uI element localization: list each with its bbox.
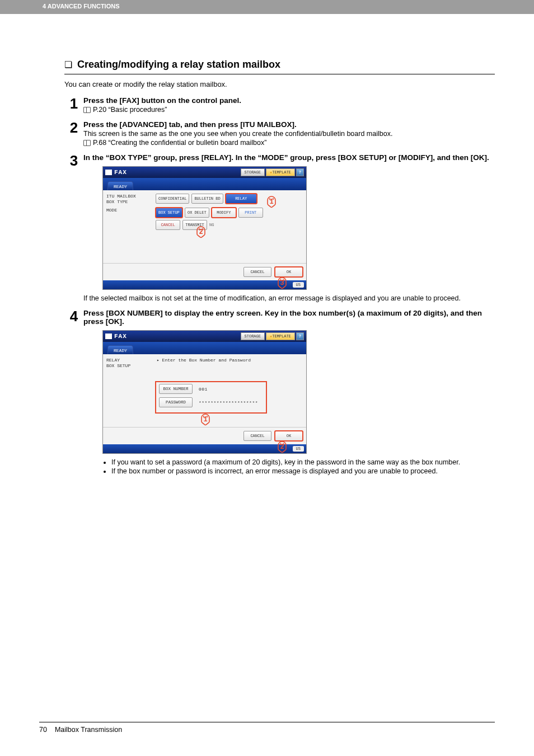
step-title: Press the [ADVANCED] tab, and then press…	[83, 120, 495, 129]
bullet-item: If you want to set a password (a maximum…	[111, 458, 495, 466]
callout-1: 1	[269, 198, 273, 206]
modify-button[interactable]: MODIFY	[212, 208, 236, 218]
page-footer: 70 Mailbox Transmission	[39, 722, 495, 734]
password-value: ********************	[196, 399, 263, 406]
fax-icon	[105, 170, 112, 175]
ready-tab[interactable]: READY	[107, 181, 133, 190]
cancel-button[interactable]: CANCEL	[243, 267, 271, 277]
template-button[interactable]: ★TEMPLATE	[266, 168, 295, 176]
page-body: ❏ Creating/modifying a relay station mai…	[0, 14, 534, 476]
fax-screenshot-2: FAX STORAGE ★TEMPLATE ? READY RELAY	[102, 330, 495, 454]
step-title: Press the [FAX] button on the control pa…	[83, 96, 495, 105]
bulletin-button[interactable]: BULLETIN BD	[191, 194, 223, 204]
prompt-text: ▸ Enter the Box Number and Password	[157, 358, 251, 363]
label-relay: RELAY	[106, 358, 156, 363]
reference-text: P.68 “Creating the confidential or bulle…	[93, 139, 266, 147]
help-button[interactable]: ?	[296, 332, 304, 340]
fax-icon	[105, 334, 112, 339]
step-1: 1 Press the [FAX] button on the control …	[64, 96, 495, 115]
ready-tab[interactable]: READY	[107, 345, 133, 354]
section-heading: ❏ Creating/modifying a relay station mai…	[64, 59, 495, 74]
step-number: 2	[64, 120, 83, 148]
fax-screenshot-1: FAX STORAGE ★TEMPLATE ? READY ITU MAILBO…	[102, 166, 495, 290]
label-itu-mailbox: ITU MAILBOX	[106, 194, 156, 199]
password-button[interactable]: PASSWORD	[159, 397, 193, 407]
cancel-button[interactable]: CANCEL	[243, 431, 271, 441]
tab-row: READY	[103, 178, 306, 190]
reference-line: P.20 “Basic procedures”	[83, 106, 495, 114]
step-number: 4	[64, 309, 83, 476]
callout-2: 2	[199, 228, 203, 236]
label-box-type: BOX TYPE	[106, 199, 156, 205]
step-2: 2 Press the [ADVANCED] tab, and then pre…	[64, 120, 495, 148]
callout-1: 1	[203, 416, 207, 424]
fax-title: FAX	[114, 169, 127, 176]
box-number-value: 001	[196, 386, 263, 393]
mode-cancel-button[interactable]: CANCEL	[156, 220, 180, 230]
storage-button[interactable]: STORAGE	[241, 168, 265, 176]
footer-chapter: Mailbox Transmission	[55, 726, 122, 734]
print-button[interactable]: PRINT	[238, 208, 263, 218]
breadcrumb-text: 4 ADVANCED FUNCTIONS	[43, 3, 120, 10]
fax-titlebar: FAX STORAGE ★TEMPLATE ?	[103, 167, 306, 178]
label-box-setup: BOX SETUP	[106, 363, 156, 369]
section-intro: You can create or modify the relay stati…	[64, 80, 495, 88]
fax-title: FAX	[114, 333, 127, 340]
bullet-item: If the box number or password is incorre…	[111, 467, 495, 475]
box-setup-button[interactable]: BOX SETUP	[156, 208, 182, 218]
step-title: Press [BOX NUMBER] to display the entry …	[83, 309, 495, 326]
section-title-text: Creating/modifying a relay station mailb…	[77, 59, 280, 70]
step-4: 4 Press [BOX NUMBER] to display the entr…	[64, 309, 495, 476]
template-button[interactable]: ★TEMPLATE	[266, 332, 295, 340]
page-number: 70	[39, 726, 47, 734]
box-delete-button[interactable]: OX DELET	[185, 208, 209, 218]
callout-3: 3	[280, 279, 284, 287]
help-button[interactable]: ?	[296, 168, 304, 176]
book-icon	[83, 107, 91, 112]
step-description: This screen is the same as the one you s…	[83, 130, 495, 138]
label-mode: MODE	[106, 208, 156, 213]
checkbox-icon: ❏	[64, 59, 72, 70]
step-3: 3 In the “BOX TYPE” group, press [RELAY]…	[64, 153, 495, 303]
book-icon	[83, 140, 91, 145]
chapter-header: 4 ADVANCED FUNCTIONS	[0, 0, 534, 14]
job-status-chip[interactable]: US	[293, 446, 304, 452]
storage-button[interactable]: STORAGE	[241, 332, 265, 340]
callout-2: 2	[280, 443, 284, 451]
relay-button[interactable]: RELAY	[226, 194, 257, 204]
tab-row: READY	[103, 342, 306, 354]
step3-note: If the selected mailbox is not set at th…	[83, 294, 495, 302]
step-title: In the “BOX TYPE” group, press [RELAY]. …	[83, 153, 495, 162]
step-number: 3	[64, 153, 83, 303]
job-status-chip[interactable]: US	[293, 282, 304, 288]
fax-titlebar: FAX STORAGE ★TEMPLATE ?	[103, 331, 306, 342]
reference-line: P.68 “Creating the confidential or bulle…	[83, 139, 495, 147]
ng-label: NG	[209, 223, 214, 227]
confidential-button[interactable]: CONFIDENTIAL	[156, 194, 189, 204]
step-number: 1	[64, 96, 83, 115]
box-number-button[interactable]: BOX NUMBER	[159, 384, 193, 394]
step4-bullets: If you want to set a password (a maximum…	[83, 458, 495, 475]
reference-text: P.20 “Basic procedures”	[93, 106, 167, 114]
